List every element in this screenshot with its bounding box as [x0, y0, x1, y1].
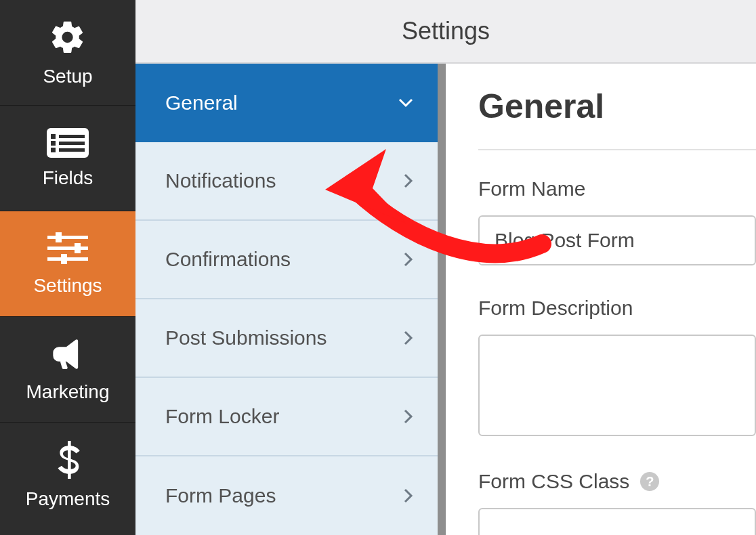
svg-rect-10 — [56, 232, 62, 242]
form-css-class-label-text: Form CSS Class — [478, 470, 629, 493]
page-title: Settings — [135, 0, 756, 64]
svg-rect-5 — [59, 142, 85, 145]
svg-rect-9 — [47, 257, 88, 261]
chevron-right-icon — [404, 252, 413, 267]
settings-item-label: Notifications — [165, 169, 276, 192]
nav-item-setup[interactable]: Setup — [0, 0, 135, 106]
settings-item-confirmations[interactable]: Confirmations — [135, 221, 438, 299]
left-nav: Setup Fields Settings Marketing Payments — [0, 0, 135, 535]
settings-item-notifications[interactable]: Notifications — [135, 142, 438, 221]
chevron-down-icon — [398, 98, 413, 108]
form-name-input[interactable] — [478, 215, 756, 265]
svg-rect-2 — [51, 141, 56, 146]
settings-item-general[interactable]: General — [135, 64, 438, 142]
svg-rect-11 — [75, 243, 81, 253]
svg-rect-12 — [61, 254, 67, 264]
page-title-text: Settings — [402, 17, 490, 45]
nav-item-fields[interactable]: Fields — [0, 106, 135, 211]
settings-item-label: Confirmations — [165, 248, 291, 271]
form-description-input[interactable] — [478, 335, 756, 436]
form-heading: General — [478, 87, 756, 126]
nav-item-label: Marketing — [26, 381, 110, 403]
help-icon[interactable]: ? — [640, 472, 659, 491]
svg-rect-7 — [47, 236, 88, 239]
nav-item-settings[interactable]: Settings — [0, 211, 135, 317]
form-content: General Form Name Form Description Form … — [446, 64, 756, 535]
chevron-right-icon — [404, 409, 413, 424]
list-icon — [47, 128, 89, 158]
sliders-icon — [47, 232, 88, 265]
nav-item-payments[interactable]: Payments — [0, 423, 135, 528]
nav-item-label: Setup — [43, 66, 92, 87]
nav-item-marketing[interactable]: Marketing — [0, 317, 135, 423]
settings-item-post-submissions[interactable]: Post Submissions — [135, 299, 438, 378]
gear-icon — [49, 18, 87, 56]
svg-rect-4 — [59, 135, 85, 138]
nav-item-label: Fields — [43, 167, 93, 189]
settings-item-form-pages[interactable]: Form Pages — [135, 456, 438, 535]
divider — [478, 149, 756, 150]
settings-panel: General Notifications Confirmations Post… — [135, 64, 446, 535]
form-css-class-input[interactable] — [478, 508, 756, 535]
svg-rect-6 — [59, 148, 85, 152]
chevron-right-icon — [404, 488, 413, 503]
settings-item-label: Form Pages — [165, 484, 276, 507]
chevron-right-icon — [404, 173, 413, 188]
chevron-right-icon — [404, 330, 413, 345]
form-css-class-label: Form CSS Class ? — [478, 470, 756, 493]
form-description-label: Form Description — [478, 297, 756, 320]
svg-rect-1 — [51, 134, 56, 139]
form-name-label: Form Name — [478, 177, 756, 200]
nav-item-label: Payments — [26, 488, 110, 510]
settings-item-label: General — [165, 91, 238, 114]
settings-item-label: Form Locker — [165, 405, 279, 428]
svg-rect-8 — [47, 247, 88, 250]
settings-item-label: Post Submissions — [165, 326, 327, 349]
dollar-icon — [56, 441, 80, 479]
bullhorn-icon — [47, 337, 88, 372]
nav-item-label: Settings — [33, 275, 102, 297]
settings-item-form-locker[interactable]: Form Locker — [135, 378, 438, 456]
svg-rect-3 — [51, 148, 56, 152]
